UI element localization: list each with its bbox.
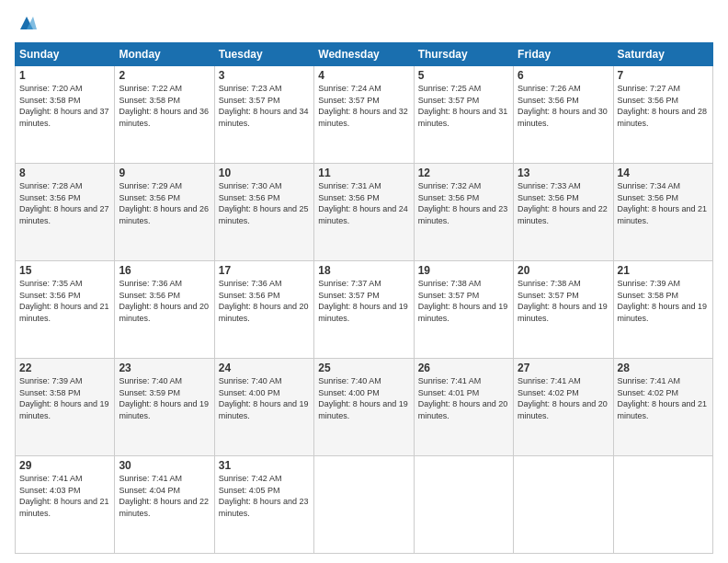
day-cell: 13Sunrise: 7:33 AMSunset: 3:56 PMDayligh… [514,164,613,261]
day-cell: 6Sunrise: 7:26 AMSunset: 3:56 PMDaylight… [514,66,613,164]
day-info: Sunrise: 7:30 AMSunset: 3:56 PMDaylight:… [219,181,309,225]
day-number: 2 [119,69,210,82]
day-info: Sunrise: 7:36 AMSunset: 3:56 PMDaylight:… [119,279,209,323]
day-cell: 8Sunrise: 7:28 AMSunset: 3:56 PMDaylight… [16,164,115,261]
day-info: Sunrise: 7:33 AMSunset: 3:56 PMDaylight:… [518,181,608,225]
day-info: Sunrise: 7:35 AMSunset: 3:56 PMDaylight:… [19,279,109,323]
day-info: Sunrise: 7:26 AMSunset: 3:56 PMDaylight:… [518,84,608,128]
week-row-1: 1Sunrise: 7:20 AMSunset: 3:58 PMDaylight… [16,66,713,164]
calendar-header-row: SundayMondayTuesdayWednesdayThursdayFrid… [16,43,713,66]
day-info: Sunrise: 7:27 AMSunset: 3:56 PMDaylight:… [618,84,708,128]
day-cell: 11Sunrise: 7:31 AMSunset: 3:56 PMDayligh… [314,164,414,261]
day-info: Sunrise: 7:38 AMSunset: 3:57 PMDaylight:… [518,279,608,323]
day-info: Sunrise: 7:39 AMSunset: 3:58 PMDaylight:… [618,279,708,323]
day-info: Sunrise: 7:25 AMSunset: 3:57 PMDaylight:… [418,84,508,128]
day-number: 23 [119,362,210,374]
day-cell: 7Sunrise: 7:27 AMSunset: 3:56 PMDaylight… [613,66,712,164]
day-number: 28 [618,362,709,374]
day-number: 8 [19,167,110,179]
day-cell: 22Sunrise: 7:39 AMSunset: 3:58 PMDayligh… [16,359,115,456]
day-info: Sunrise: 7:41 AMSunset: 4:01 PMDaylight:… [418,376,508,420]
day-number: 19 [418,264,509,277]
day-number: 24 [219,362,310,374]
day-cell [613,456,712,554]
day-info: Sunrise: 7:37 AMSunset: 3:57 PMDaylight:… [318,279,408,323]
day-number: 25 [318,362,409,374]
day-cell [514,456,613,554]
day-info: Sunrise: 7:31 AMSunset: 3:56 PMDaylight:… [318,181,408,225]
day-number: 20 [518,264,609,277]
logo-text [15,15,37,33]
day-cell: 5Sunrise: 7:25 AMSunset: 3:57 PMDaylight… [414,66,513,164]
day-number: 1 [19,69,110,82]
day-cell: 31Sunrise: 7:42 AMSunset: 4:05 PMDayligh… [214,456,313,554]
day-number: 4 [318,69,409,82]
day-info: Sunrise: 7:41 AMSunset: 4:03 PMDaylight:… [19,474,109,518]
day-number: 10 [219,167,310,179]
page: SundayMondayTuesdayWednesdayThursdayFrid… [0,0,728,563]
day-cell: 26Sunrise: 7:41 AMSunset: 4:01 PMDayligh… [414,359,513,456]
day-number: 21 [618,264,709,277]
day-info: Sunrise: 7:39 AMSunset: 3:58 PMDaylight:… [19,376,109,420]
day-number: 22 [19,362,110,374]
day-cell: 4Sunrise: 7:24 AMSunset: 3:57 PMDaylight… [314,66,414,164]
day-cell: 15Sunrise: 7:35 AMSunset: 3:56 PMDayligh… [16,261,115,359]
day-number: 18 [318,264,409,277]
day-cell: 9Sunrise: 7:29 AMSunset: 3:56 PMDaylight… [115,164,214,261]
header [15,15,713,33]
day-cell [314,456,414,554]
calendar-table: SundayMondayTuesdayWednesdayThursdayFrid… [15,42,713,554]
day-header-sunday: Sunday [16,43,115,66]
day-number: 3 [219,69,310,82]
week-row-4: 22Sunrise: 7:39 AMSunset: 3:58 PMDayligh… [16,359,713,456]
day-header-monday: Monday [115,43,214,66]
day-cell: 24Sunrise: 7:40 AMSunset: 4:00 PMDayligh… [214,359,313,456]
day-number: 13 [518,167,609,179]
day-cell: 17Sunrise: 7:36 AMSunset: 3:56 PMDayligh… [214,261,313,359]
week-row-2: 8Sunrise: 7:28 AMSunset: 3:56 PMDaylight… [16,164,713,261]
day-cell: 29Sunrise: 7:41 AMSunset: 4:03 PMDayligh… [16,456,115,554]
day-info: Sunrise: 7:40 AMSunset: 3:59 PMDaylight:… [119,376,209,420]
day-number: 29 [19,459,110,472]
day-header-saturday: Saturday [613,43,712,66]
day-number: 31 [219,459,310,472]
day-cell: 12Sunrise: 7:32 AMSunset: 3:56 PMDayligh… [414,164,513,261]
day-cell: 16Sunrise: 7:36 AMSunset: 3:56 PMDayligh… [115,261,214,359]
day-number: 5 [418,69,509,82]
week-row-5: 29Sunrise: 7:41 AMSunset: 4:03 PMDayligh… [16,456,713,554]
day-number: 17 [219,264,310,277]
day-number: 6 [518,69,609,82]
day-header-friday: Friday [514,43,613,66]
day-cell: 14Sunrise: 7:34 AMSunset: 3:56 PMDayligh… [613,164,712,261]
day-info: Sunrise: 7:41 AMSunset: 4:02 PMDaylight:… [518,376,608,420]
day-cell: 23Sunrise: 7:40 AMSunset: 3:59 PMDayligh… [115,359,214,456]
day-cell: 30Sunrise: 7:41 AMSunset: 4:04 PMDayligh… [115,456,214,554]
calendar-body: 1Sunrise: 7:20 AMSunset: 3:58 PMDaylight… [16,66,713,554]
logo-icon [17,13,37,33]
day-number: 30 [119,459,210,472]
day-cell: 28Sunrise: 7:41 AMSunset: 4:02 PMDayligh… [613,359,712,456]
day-cell: 1Sunrise: 7:20 AMSunset: 3:58 PMDaylight… [16,66,115,164]
day-info: Sunrise: 7:34 AMSunset: 3:56 PMDaylight:… [618,181,708,225]
day-info: Sunrise: 7:29 AMSunset: 3:56 PMDaylight:… [119,181,209,225]
day-cell: 20Sunrise: 7:38 AMSunset: 3:57 PMDayligh… [514,261,613,359]
day-info: Sunrise: 7:23 AMSunset: 3:57 PMDaylight:… [219,84,309,128]
day-number: 12 [418,167,509,179]
day-number: 14 [618,167,709,179]
day-cell: 25Sunrise: 7:40 AMSunset: 4:00 PMDayligh… [314,359,414,456]
day-cell: 18Sunrise: 7:37 AMSunset: 3:57 PMDayligh… [314,261,414,359]
day-number: 26 [418,362,509,374]
day-cell: 3Sunrise: 7:23 AMSunset: 3:57 PMDaylight… [214,66,313,164]
day-info: Sunrise: 7:40 AMSunset: 4:00 PMDaylight:… [219,376,309,420]
day-info: Sunrise: 7:28 AMSunset: 3:56 PMDaylight:… [19,181,109,225]
day-cell: 2Sunrise: 7:22 AMSunset: 3:58 PMDaylight… [115,66,214,164]
day-info: Sunrise: 7:22 AMSunset: 3:58 PMDaylight:… [119,84,209,128]
day-info: Sunrise: 7:36 AMSunset: 3:56 PMDaylight:… [219,279,309,323]
day-info: Sunrise: 7:32 AMSunset: 3:56 PMDaylight:… [418,181,508,225]
day-info: Sunrise: 7:41 AMSunset: 4:02 PMDaylight:… [618,376,708,420]
day-number: 9 [119,167,210,179]
day-info: Sunrise: 7:38 AMSunset: 3:57 PMDaylight:… [418,279,508,323]
day-cell [414,456,513,554]
day-number: 11 [318,167,409,179]
day-cell: 21Sunrise: 7:39 AMSunset: 3:58 PMDayligh… [613,261,712,359]
